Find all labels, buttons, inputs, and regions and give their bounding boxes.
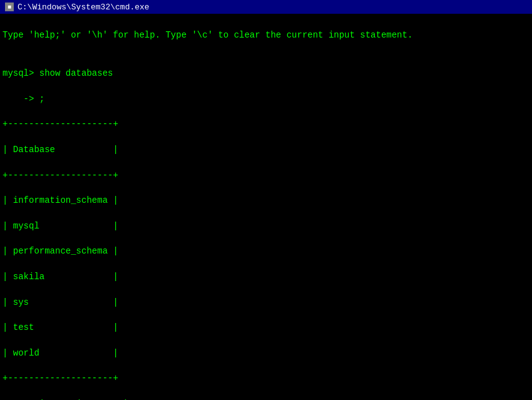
terminal-line: +--------------------+ (3, 118, 529, 130)
terminal-line: +--------------------+ (3, 372, 529, 384)
terminal-output: Type 'help;' or '\h' for help. Type '\c'… (0, 14, 532, 400)
terminal-line: | Database | (3, 143, 529, 156)
terminal-line: | sys | (3, 296, 529, 309)
terminal-line: mysql> show databases (3, 67, 529, 79)
terminal-line: +--------------------+ (3, 169, 529, 182)
terminal-line: | world | (3, 347, 529, 359)
terminal-line: | mysql | (3, 220, 529, 232)
terminal-line: | sakila | (3, 270, 529, 283)
terminal-line: | performance_schema | (3, 245, 529, 257)
title-bar: ■ C:\Windows\System32\cmd.exe (0, 0, 532, 14)
terminal-line: 7 rows in set (0.12 sec) (3, 397, 529, 400)
terminal-line: | information_schema | (3, 194, 529, 207)
terminal-line: -> ; (3, 93, 529, 105)
title-bar-text: C:\Windows\System32\cmd.exe (18, 3, 150, 12)
terminal-line: | test | (3, 321, 529, 334)
cmd-icon: ■ (5, 3, 14, 11)
terminal-line: Type 'help;' or '\h' for help. Type '\c'… (3, 29, 529, 41)
